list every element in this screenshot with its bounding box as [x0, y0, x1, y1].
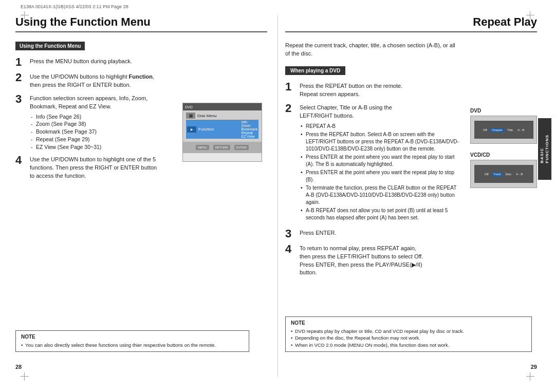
submenu-ezview: EZ View: [241, 135, 257, 138]
when-badge: When playing a DVD: [285, 66, 345, 75]
step-3-num: 3: [15, 94, 27, 105]
dvd-menu-row-diskmenu: ⬛ Disk Menu: [186, 113, 258, 119]
submenu-repeat: Repeat: [241, 131, 257, 135]
dvd-disp-ab: A - B: [516, 128, 526, 132]
meta-header: E138A 00141X-1(GB)XSS 4/22/03 2:11 PM Pa…: [21, 4, 128, 9]
vcd-disp-ab: A - B: [514, 172, 524, 176]
right-step-2: 2 Select Chapter, Title or A-B using the…: [285, 104, 460, 224]
right-note-item-3: When in VCD 2.0 mode (MENU ON mode), thi…: [291, 342, 526, 348]
step-1-num: 1: [15, 57, 27, 68]
step-1-text: Press the MENU button during playback.: [30, 58, 267, 66]
dvd-btn-menu: MENU: [196, 145, 209, 150]
functions-tab-text: BASIC FUNCTIONS: [540, 135, 549, 163]
step-2-text: Use the UP/DOWN buttons to highlight Fun…: [30, 73, 267, 89]
dvd-menu-row-function: ▶ Function Info Zoom Bookmark Repeat EZ …: [186, 120, 258, 139]
right-step-2-text: Select Chapter, Title or A-B using theLE…: [300, 104, 460, 224]
dvd-disp-chapter: Chapter: [490, 128, 504, 132]
functions-tab-functions: FUNCTIONS: [545, 135, 549, 163]
right-step-3: 3 Press ENTER.: [285, 229, 460, 239]
left-page-title: Using the Function Menu: [15, 15, 267, 32]
right-step-4-num: 4: [285, 244, 297, 255]
dvd-top-bar: DVD: [183, 103, 262, 110]
functions-tab: BASIC FUNCTIONS: [538, 118, 551, 180]
dvd-btn-enter: ENTER: [234, 145, 249, 150]
right-note-content: DVD repeats play by chapter or title, CD…: [291, 328, 526, 348]
dvd-bottom-buttons: MENU RETURN ENTER: [183, 142, 262, 153]
right-note-box: NOTE DVD repeats play by chapter or titl…: [285, 316, 532, 352]
step-2: 2 Use the UP/DOWN buttons to highlight F…: [15, 73, 267, 89]
submenu-bookmark: Bookmark: [241, 127, 257, 131]
menu-icon-diskmenu: ⬛: [186, 113, 195, 119]
vcd-display-label: VCD/CD: [470, 152, 537, 158]
step-1: 1 Press the MENU button during playback.: [15, 58, 267, 68]
menu-icon-function: ▶: [187, 126, 196, 133]
left-note-content: You can also directly select these funct…: [21, 342, 244, 348]
bullet-repeat-detail: Press the REPEAT button. Select A-B on s…: [300, 131, 460, 153]
right-intro: Repeat the current track, chapter, title…: [285, 42, 460, 58]
bullet-enter-a: Press ENTER at the point where you want …: [300, 154, 460, 168]
right-step-3-num: 3: [285, 228, 297, 239]
left-note-box: NOTE You can also directly select these …: [15, 330, 249, 352]
left-page: Using the Function Menu Using the Functi…: [15, 15, 267, 380]
dvd-display-box: Off Chapter Title A - B: [470, 116, 537, 144]
left-note-item-1: You can also directly select these funct…: [21, 342, 244, 348]
dvd-disp-off: Off: [482, 128, 489, 132]
right-step-4: 4 To return to normal play, press REPEAT…: [285, 245, 460, 277]
right-page: Repeat Play Repeat the current track, ch…: [285, 15, 537, 380]
vcd-disp-disc: Disc: [504, 172, 513, 176]
right-step-1: 1 Press the REPEAT button on the remote.…: [285, 82, 460, 99]
right-page-title: Repeat Play: [285, 15, 537, 32]
right-step-4-text: To return to normal play, press REPEAT a…: [300, 245, 460, 277]
vcd-display-box: Off Track Disc A - B: [470, 160, 537, 188]
submenu-zoom: Zoom: [241, 124, 257, 127]
submenu-info: Info: [241, 120, 257, 124]
dvd-display-inner: Off Chapter Title A - B: [474, 121, 533, 139]
bullet-ab-5sec: A-B REPEAT does not allow you to set poi…: [300, 207, 460, 221]
left-page-number: 28: [15, 364, 22, 370]
right-step-2-num: 2: [285, 103, 297, 114]
left-note-title: NOTE: [21, 334, 244, 340]
dvd-display-label: DVD: [470, 108, 537, 114]
dvd-screenshot: DVD ⬛ Disk Menu ▶ Function Info Zoom Boo…: [182, 103, 262, 162]
dvd-disp-title: Title: [506, 128, 514, 132]
right-page-number: 29: [531, 364, 537, 370]
display-section: DVD Off Chapter Title A - B VCD/CD Off T…: [470, 108, 537, 196]
vcd-disp-off: Off: [483, 172, 490, 176]
dvd-btn-return: RETURN: [213, 145, 230, 150]
dvd-menu-item-function: Function: [198, 127, 214, 132]
right-note-item-1: DVD repeats play by chapter or title, CD…: [291, 328, 526, 334]
dvd-menu: ⬛ Disk Menu ▶ Function Info Zoom Bookmar…: [183, 110, 262, 142]
center-divider: [278, 15, 278, 377]
bullet-terminate: To terminate the function, press the CLE…: [300, 184, 460, 206]
right-note-title: NOTE: [291, 320, 526, 326]
dvd-label-top: DVD: [185, 105, 193, 109]
vcd-disp-track: Track: [492, 172, 503, 176]
bullet-repeat-ab: REPEAT A-B: [300, 123, 460, 130]
right-step-3-text: Press ENTER.: [300, 229, 460, 237]
vcd-display-inner: Off Track Disc A - B: [474, 165, 533, 183]
step-2-num: 2: [15, 72, 27, 83]
right-step-1-num: 1: [285, 81, 297, 92]
right-step-2-bullets: REPEAT A-B Press the REPEAT button. Sele…: [300, 123, 460, 221]
left-section-badge: Using the Function Menu: [15, 42, 85, 50]
right-note-item-2: Depending on the disc, the Repeat functi…: [291, 334, 526, 341]
right-steps: 1 Press the REPEAT button on the remote.…: [285, 82, 460, 277]
functions-tab-basic: BASIC: [540, 148, 544, 163]
step-4-num: 4: [15, 155, 27, 166]
right-step-1-text: Press the REPEAT button on the remote.Re…: [300, 82, 460, 99]
bullet-enter-b: Press ENTER at the point where you want …: [300, 169, 460, 183]
dvd-menu-item-diskmenu: Disk Menu: [197, 114, 217, 118]
